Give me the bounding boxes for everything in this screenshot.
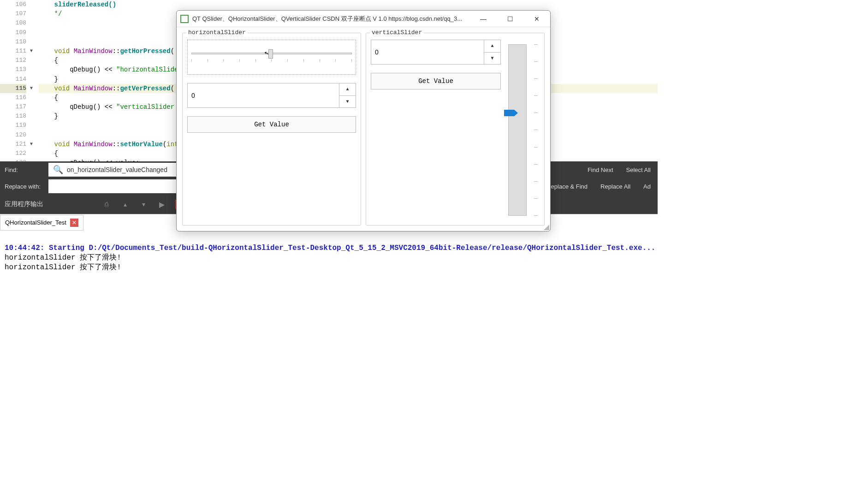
horizontal-slider-group: horizontalSlider ▲ ▼ Get Value	[182, 33, 361, 225]
advanced-button[interactable]: Ad	[643, 183, 651, 190]
spin-down-icon[interactable]: ▼	[339, 96, 356, 108]
spin-down-icon[interactable]: ▼	[484, 53, 500, 65]
close-icon[interactable]: ✕	[527, 12, 546, 26]
spinbox-input[interactable]	[188, 83, 339, 107]
find-next-button[interactable]: Find Next	[588, 166, 613, 173]
run-icon[interactable]: ▶	[157, 199, 167, 209]
nav-up-icon[interactable]: ▴	[120, 199, 130, 209]
qt-app-window: QT QSlider、QHorizontalSlider、QVerticalSl…	[176, 10, 551, 231]
output-tab[interactable]: QHorizontalSlider_Test ✕	[0, 215, 83, 231]
replace-find-button[interactable]: eplace & Find	[551, 183, 588, 190]
replace-label: Replace with:	[0, 183, 48, 190]
vertical-slider[interactable]	[508, 40, 527, 220]
select-all-button[interactable]: Select All	[626, 166, 651, 173]
filter-icon[interactable]: ⎙	[101, 199, 112, 209]
slider-handle[interactable]	[504, 110, 514, 116]
qt-window-title: QT QSlider、QHorizontalSlider、QVerticalSl…	[192, 15, 474, 23]
output-panel-title: 应用程序输出	[5, 200, 43, 208]
vertical-ticks	[534, 40, 540, 220]
get-value-button[interactable]: Get Value	[371, 73, 501, 89]
fold-column: ▼▼▼	[29, 0, 39, 161]
search-icon: 🔍	[53, 165, 63, 175]
maximize-icon[interactable]: ☐	[500, 12, 520, 26]
line-number-gutter: 1061071081091101111121131141151161171181…	[0, 0, 29, 161]
spin-up-icon[interactable]: ▲	[484, 40, 500, 53]
console-line: horizontalSlider 按下了滑块!	[5, 253, 850, 263]
vertical-value-spinbox[interactable]: ▲ ▼	[371, 40, 501, 65]
horizontal-slider[interactable]	[187, 40, 356, 75]
group-title: verticalSlider	[370, 29, 424, 36]
group-title: horizontalSlider	[186, 29, 248, 36]
find-label: Find:	[0, 166, 48, 173]
qt-titlebar[interactable]: QT QSlider、QHorizontalSlider、QVerticalSl…	[177, 11, 550, 27]
tab-close-icon[interactable]: ✕	[70, 219, 78, 227]
resize-grip-icon[interactable]	[543, 224, 549, 230]
qt-app-icon	[180, 15, 189, 23]
console-output[interactable]: 10:44:42: Starting D:/Qt/Documents_Test/…	[0, 231, 855, 504]
horizontal-value-spinbox[interactable]: ▲ ▼	[187, 83, 356, 108]
spin-up-icon[interactable]: ▲	[339, 83, 356, 96]
minimize-icon[interactable]: —	[474, 12, 493, 26]
tab-label: QHorizontalSlider_Test	[5, 219, 66, 226]
vertical-slider-group: verticalSlider ▲ ▼ Get Value	[366, 33, 545, 225]
console-line: 10:44:42: Starting D:/Qt/Documents_Test/…	[5, 243, 850, 253]
slider-handle[interactable]	[268, 49, 273, 59]
replace-all-button[interactable]: Replace All	[600, 183, 630, 190]
spinbox-input[interactable]	[371, 40, 484, 64]
nav-down-icon[interactable]: ▾	[138, 199, 148, 209]
console-line: horizontalSlider 按下了滑块!	[5, 263, 850, 273]
get-value-button[interactable]: Get Value	[187, 116, 356, 133]
